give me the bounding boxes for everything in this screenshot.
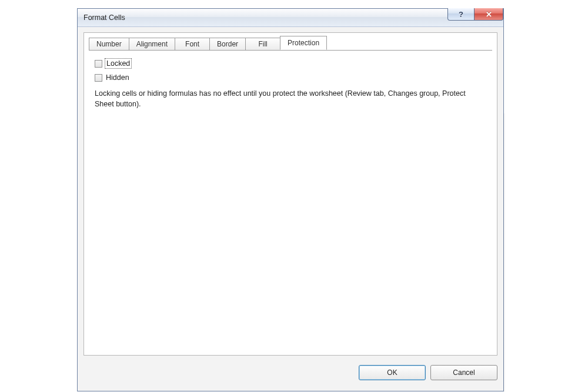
format-cells-dialog: Format Cells ? ✕ Number Alignment Font B… [77,8,504,391]
tab-fill[interactable]: Fill [245,38,280,51]
window-buttons: ? ✕ [447,8,503,21]
help-button[interactable]: ? [447,8,475,21]
tab-label: Font [185,40,199,48]
tab-number[interactable]: Number [89,38,129,51]
tabstrip: Number Alignment Font Border Fill Protec… [84,33,497,50]
tab-alignment[interactable]: Alignment [129,38,175,51]
tab-panel: Number Alignment Font Border Fill Protec… [83,32,497,356]
tab-label: Fill [258,40,267,48]
titlebar: Format Cells ? ✕ [78,9,503,27]
tab-label: Number [96,40,122,48]
close-icon: ✕ [486,10,492,19]
tab-font[interactable]: Font [175,38,210,51]
hidden-label[interactable]: Hidden [106,73,129,82]
tab-label: Protection [288,39,319,47]
tab-underline [89,50,492,51]
ok-label: OK [387,368,397,377]
hidden-checkbox[interactable] [95,74,102,82]
dialog-button-bar: OK Cancel [359,365,497,380]
window-shadow [503,113,506,392]
close-button[interactable]: ✕ [474,8,503,21]
hidden-row: Hidden [95,72,486,83]
tab-label: Border [217,40,238,48]
dialog-title: Format Cells [82,14,125,22]
protection-note: Locking cells or hiding formulas has no … [95,88,471,109]
cancel-button[interactable]: Cancel [430,365,497,380]
locked-checkbox[interactable] [95,60,102,68]
tab-label: Alignment [136,40,168,48]
tab-border[interactable]: Border [209,38,246,51]
ok-button[interactable]: OK [359,365,426,380]
locked-row: Locked [95,58,486,69]
tab-protection[interactable]: Protection [280,36,327,50]
locked-label[interactable]: Locked [106,59,131,68]
client-area: Number Alignment Font Border Fill Protec… [83,32,497,384]
tabpage-protection: Locked Hidden Locking cells or hiding fo… [89,51,492,350]
cancel-label: Cancel [453,368,475,377]
help-icon: ? [459,10,463,19]
